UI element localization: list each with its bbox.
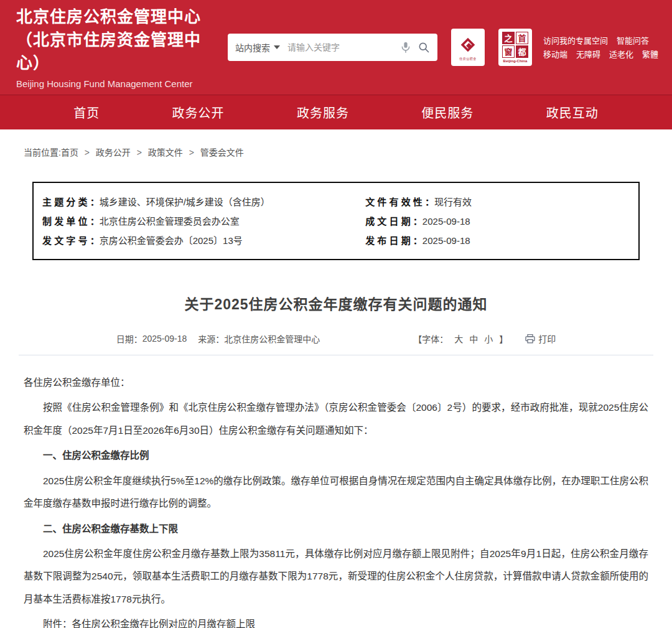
capital-window-grid: 之 首 窗 都	[502, 32, 528, 58]
doc-info-value: 城乡建设、环境保护/城乡建设（含住房）	[100, 195, 270, 209]
font-size-small-button[interactable]: 小	[484, 332, 493, 345]
breadcrumb-committee-docs[interactable]: 管委会文件	[200, 148, 244, 157]
capital-cell: 窗	[502, 45, 515, 58]
paragraph-section-1: 2025住房公积金年度继续执行5%至12%的缴存比例政策。缴存单位可根据自身情况…	[24, 470, 648, 515]
doc-info-row-publish-date: 发 布 日 期 ： 2025-09-18	[365, 234, 630, 248]
section-heading-1: 一、住房公积金缴存比例	[24, 444, 648, 467]
doc-info-label: 文 件 有 效 性 ：	[365, 195, 434, 209]
font-widget-open: 【字体：	[413, 332, 448, 345]
breadcrumb-separator: >	[85, 148, 90, 157]
capital-cell: 首	[516, 32, 528, 44]
doc-info-value: 现行有效	[434, 195, 472, 209]
doc-info-label: 制 发 单 位 ：	[42, 215, 100, 228]
doc-info-row-issuer: 制 发 单 位 ： 北京住房公积金管理委员会办公室	[42, 215, 365, 228]
breadcrumb-separator: >	[189, 148, 194, 157]
article-source-label: 来源：	[198, 332, 224, 345]
breadcrumb: 当前位置:首页 > 政务公开 > 政策文件 > 管委会文件	[0, 129, 672, 158]
doc-info-label: 成 文 日 期 ：	[365, 215, 422, 228]
link-accessibility[interactable]: 无障碍	[576, 50, 600, 59]
site-title-en: Beijing Housing Fund Management Center	[16, 78, 225, 89]
article-body: 各住房公积金缴存单位： 按照《住房公积金管理条例》和《北京住房公积金缴存管理办法…	[0, 355, 672, 628]
breadcrumb-separator: >	[137, 148, 142, 157]
microphone-icon[interactable]	[400, 41, 411, 54]
housing-fund-logo[interactable]: 住房公积金	[451, 29, 485, 66]
search-scope-dropdown[interactable]: 站内搜索	[235, 41, 280, 54]
capital-window-caption: Beijing-China	[503, 59, 528, 63]
article-source: 北京住房公积金管理中心	[224, 332, 320, 345]
doc-info-label: 发 布 日 期 ：	[365, 234, 422, 248]
doc-info-value: 2025-09-18	[422, 234, 470, 248]
doc-info-row-validity: 文 件 有 效 性 ： 现行有效	[365, 195, 630, 209]
breadcrumb-policy-docs[interactable]: 政策文件	[148, 148, 183, 157]
doc-info-value: 京房公积金管委会办〔2025〕13号	[100, 234, 243, 248]
doc-info-value: 北京住房公积金管理委员会办公室	[100, 215, 240, 228]
header-quick-links: 访问我的专属空间 智能问答 移动端 无障碍 适老化 繁體	[543, 31, 658, 64]
nav-item-convenience-services[interactable]: 便民服务	[421, 103, 474, 121]
print-button[interactable]: 打印	[525, 332, 556, 345]
doc-info-label: 发 文 字 号 ：	[42, 234, 100, 248]
doc-info-row-topic: 主 题 分 类 ： 城乡建设、环境保护/城乡建设（含住房）	[42, 195, 365, 209]
article-date: 2025-09-18	[142, 334, 187, 344]
breadcrumb-home[interactable]: 首页	[61, 148, 78, 157]
site-title-cn-line2: （北京市住房资金管理中心）	[16, 29, 225, 75]
capital-window-logo[interactable]: 之 首 窗 都 Beijing-China	[498, 29, 532, 66]
font-widget-close: 】	[499, 332, 508, 345]
breadcrumb-prefix: 当前位置:	[24, 148, 61, 157]
doc-info-row-doc-number: 发 文 字 号 ： 京房公积金管委会办〔2025〕13号	[42, 234, 365, 248]
search-input[interactable]	[287, 42, 400, 52]
capital-cell: 都	[516, 45, 528, 58]
doc-info-row-written-date: 成 文 日 期 ： 2025-09-18	[365, 215, 630, 228]
chevron-down-icon	[274, 45, 280, 49]
search-icon[interactable]	[418, 41, 430, 54]
salutation: 各住房公积金缴存单位：	[24, 372, 648, 394]
paragraph-intro: 按照《住房公积金管理条例》和《北京住房公积金缴存管理办法》（京房公积金管委会〔2…	[24, 396, 648, 442]
document-info-box: 主 题 分 类 ： 城乡建设、环境保护/城乡建设（含住房） 制 发 单 位 ： …	[32, 182, 640, 260]
link-my-space[interactable]: 访问我的专属空间	[543, 37, 608, 45]
breadcrumb-gov-disclosure[interactable]: 政务公开	[96, 148, 131, 157]
nav-item-gov-services[interactable]: 政务服务	[297, 103, 349, 121]
site-header: 北京住房公积金管理中心 （北京市住房资金管理中心） Beijing Housin…	[0, 0, 672, 95]
search-scope-label: 站内搜索	[235, 41, 270, 54]
link-mobile[interactable]: 移动端	[543, 50, 567, 59]
article-meta-bar: 日期： 2025-09-18 来源： 北京住房公积金管理中心 【字体： 大 中 …	[19, 332, 653, 355]
site-title-cn-line1: 北京住房公积金管理中心	[16, 6, 225, 29]
article-date-label: 日期：	[116, 332, 142, 345]
link-traditional-chinese[interactable]: 繁體	[642, 50, 658, 59]
capital-cell: 之	[502, 32, 515, 44]
site-title: 北京住房公积金管理中心 （北京市住房资金管理中心） Beijing Housin…	[16, 6, 225, 89]
doc-info-value: 2025-09-18	[422, 215, 470, 228]
link-elder-mode[interactable]: 适老化	[609, 50, 633, 59]
housing-fund-logo-icon	[458, 35, 478, 55]
font-size-widget: 【字体： 大 中 小 】	[413, 332, 508, 345]
doc-info-label: 主 题 分 类 ：	[42, 195, 100, 209]
printer-icon	[525, 334, 535, 344]
nav-item-home[interactable]: 首页	[73, 103, 100, 121]
paragraph-section-2: 2025住房公积金年度住房公积金月缴存基数上限为35811元，具体缴存比例对应月…	[24, 543, 648, 611]
link-smart-qa[interactable]: 智能问答	[617, 37, 649, 45]
page-title: 关于2025住房公积金年度缴存有关问题的通知	[0, 293, 672, 314]
section-heading-2: 二、住房公积金缴存基数上下限	[24, 518, 648, 540]
font-size-medium-button[interactable]: 中	[469, 332, 478, 345]
font-size-large-button[interactable]: 大	[454, 332, 463, 345]
nav-item-interaction[interactable]: 政民互动	[546, 103, 599, 121]
print-label: 打印	[538, 332, 556, 345]
nav-item-gov-disclosure[interactable]: 政务公开	[172, 103, 225, 121]
site-search: 站内搜索	[228, 34, 437, 61]
attachment-line: 附件：各住房公积金缴存比例对应的月缴存额上限	[24, 613, 648, 628]
housing-fund-logo-caption: 住房公积金	[459, 56, 477, 60]
main-nav: 首页 政务公开 政务服务 便民服务 政民互动	[0, 95, 672, 129]
